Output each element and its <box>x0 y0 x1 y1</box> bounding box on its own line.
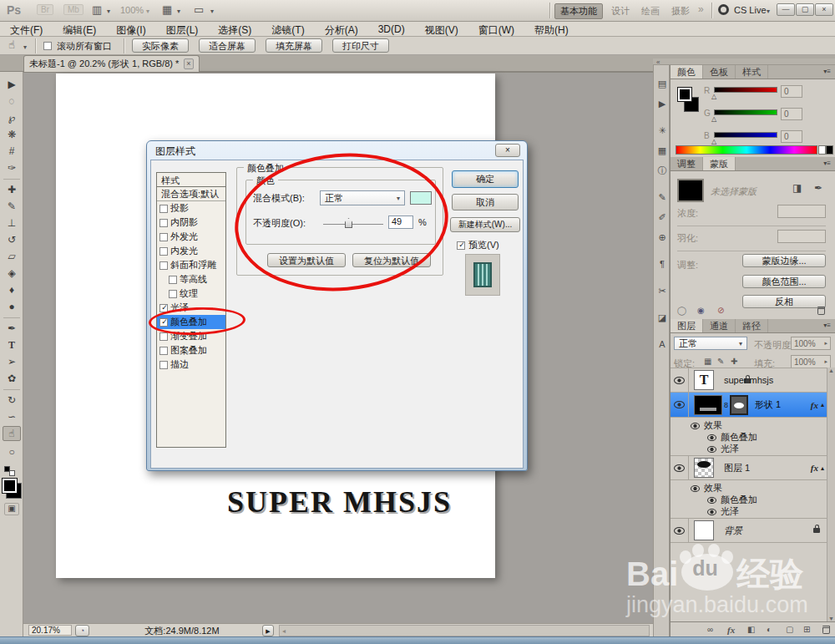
zoom-level-value[interactable]: 100% <box>120 5 144 15</box>
lock-transparency-icon[interactable]: ▦ <box>704 357 711 366</box>
menu-view[interactable]: 视图(V) <box>425 23 458 36</box>
text-layer-thumbnail[interactable]: T <box>694 370 714 390</box>
checkbox[interactable] <box>159 347 168 355</box>
tool-presets-panel-icon[interactable]: ✐ <box>655 210 669 224</box>
document-tab[interactable]: 未标题-1 @ 20.2% (形状 1, RGB/8) * × <box>23 55 200 72</box>
dodge-tool[interactable]: ● <box>3 299 21 314</box>
marquee-tool[interactable]: ◌ <box>3 94 21 109</box>
eye-cell[interactable] <box>671 456 689 479</box>
checkbox[interactable] <box>159 361 168 369</box>
fill-field[interactable]: 100% ▸ <box>791 355 831 368</box>
layer-row-background[interactable]: 背景 <box>671 518 827 543</box>
dialog-close-icon[interactable]: × <box>495 144 520 157</box>
lock-position-icon[interactable]: ✚ <box>731 357 737 366</box>
screen-mode-arrow[interactable]: ▾ <box>210 8 214 15</box>
add-layer-style-icon[interactable]: fx <box>727 625 735 635</box>
lock-pixels-icon[interactable]: ✎ <box>717 357 724 366</box>
layout-dropdown-arrow[interactable]: ▾ <box>107 8 110 15</box>
effects-row[interactable]: 效果 <box>691 419 722 432</box>
add-pixel-mask-icon[interactable]: ◨ <box>792 182 802 194</box>
horizontal-scrollbar[interactable]: ◂ <box>279 625 650 636</box>
menu-image[interactable]: 图像(I) <box>116 23 145 36</box>
effect-item-row[interactable]: 颜色叠加 <box>707 431 757 444</box>
restore-button[interactable]: ▢ <box>796 3 814 16</box>
feather-slider[interactable] <box>677 251 826 251</box>
styles-item-contour[interactable]: 等高线 <box>157 272 225 287</box>
status-play-icon[interactable]: ▶ <box>262 625 274 636</box>
visibility-eye-icon[interactable] <box>674 377 685 384</box>
checkbox[interactable] <box>159 219 168 227</box>
foreground-color-swatch[interactable] <box>2 478 18 494</box>
tab-adjustments[interactable]: 调整 <box>671 157 703 170</box>
eye-cell[interactable] <box>671 519 689 542</box>
effect-item-row[interactable]: 颜色叠加 <box>707 494 757 506</box>
workspace-photography[interactable]: 摄影 <box>666 4 695 18</box>
fit-screen-button[interactable]: 适合屏幕 <box>199 38 256 53</box>
lasso-tool[interactable]: ℘ <box>3 110 21 125</box>
preview-checkbox[interactable] <box>457 241 465 250</box>
blur-tool[interactable]: ♦ <box>3 282 21 297</box>
eraser-tool[interactable]: ▱ <box>3 249 21 264</box>
layer-name[interactable]: 图层 1 <box>724 462 750 474</box>
zoom-dropdown-arrow[interactable]: ▾ <box>146 8 149 15</box>
tab-masks[interactable]: 蒙版 <box>703 157 736 170</box>
adjust-wheel-panel-icon[interactable]: ✳ <box>655 124 669 137</box>
path-selection-tool[interactable]: ➢ <box>3 354 21 369</box>
swap-colors-icon[interactable] <box>9 470 15 476</box>
cs-live-arrow[interactable]: ▾ <box>767 8 770 15</box>
eye-cell[interactable] <box>671 368 689 392</box>
zoom-tool[interactable]: ○ <box>3 444 21 459</box>
visibility-eye-icon[interactable] <box>691 423 700 429</box>
collapse-effects-icon[interactable]: ▴ <box>821 401 824 408</box>
fx-badge[interactable]: fx <box>811 400 818 410</box>
styles-item-outer-glow[interactable]: 外发光 <box>157 230 225 244</box>
checkbox[interactable] <box>159 247 168 256</box>
mini-bridge-button[interactable]: Mb <box>63 4 84 15</box>
dock-collapse-bar[interactable]: « <box>653 58 835 65</box>
clone-source-panel-icon[interactable]: ⊕ <box>655 231 669 244</box>
layer-name[interactable]: 形状 1 <box>755 398 781 411</box>
green-slider-thumb[interactable]: △ <box>711 116 716 123</box>
menu-3d[interactable]: 3D(D) <box>378 23 405 36</box>
layers-opacity-field[interactable]: 100% ▸ <box>791 337 831 350</box>
layer1-thumbnail[interactable] <box>694 458 714 478</box>
custom-shape-tool[interactable]: ✿ <box>3 371 21 386</box>
bridge-button[interactable]: Br <box>37 4 53 15</box>
styles-item-inner-glow[interactable]: 内发光 <box>157 244 225 258</box>
image-panel-icon[interactable]: ▦ <box>655 144 669 157</box>
add-layer-mask-icon[interactable]: ◧ <box>747 625 755 634</box>
screen-mode-icon[interactable]: ▭ <box>194 3 204 16</box>
scroll-up-icon[interactable]: ▲ <box>828 368 834 373</box>
info-panel-icon[interactable]: ⓘ <box>655 164 669 177</box>
menu-analysis[interactable]: 分析(A) <box>325 23 358 36</box>
zoom-percent-field[interactable]: 20.17% <box>28 625 72 636</box>
pen-tool[interactable]: ✒ <box>3 321 21 336</box>
masks-panel-icon[interactable]: ◪ <box>655 311 669 324</box>
crop-tool[interactable]: # <box>3 144 21 159</box>
quick-selection-tool[interactable]: ❋ <box>3 127 21 142</box>
fx-badge[interactable]: fx <box>811 463 818 473</box>
spinner-icon[interactable]: ▸ <box>824 358 827 365</box>
workspace-overflow[interactable]: » <box>698 3 704 15</box>
tab-channels[interactable]: 通道 <box>703 319 736 332</box>
blue-value-field[interactable]: 0 <box>781 130 802 143</box>
color-spectrum-ramp[interactable] <box>676 145 817 155</box>
scroll-left-icon[interactable]: ◂ <box>282 627 286 635</box>
panel-menu-icon[interactable]: ▾≡ <box>819 319 835 332</box>
feather-field[interactable] <box>777 230 826 243</box>
red-value-field[interactable]: 0 <box>781 85 802 98</box>
hand-tool-icon[interactable]: ☝ <box>8 38 15 51</box>
new-group-icon[interactable]: ▢ <box>786 625 793 634</box>
spectrum-white-swatch[interactable] <box>818 145 826 155</box>
tab-paths[interactable]: 路径 <box>736 319 768 332</box>
layer-row-shape-selected[interactable]: 8 形状 1 fx ▴ <box>671 393 827 418</box>
tab-color[interactable]: 颜色 <box>671 65 703 79</box>
checkbox[interactable] <box>159 261 168 270</box>
view-extras-icon[interactable]: ▦ <box>162 3 172 16</box>
styles-item-bevel-emboss[interactable]: 斜面和浮雕 <box>157 258 225 272</box>
tab-swatches[interactable]: 色板 <box>703 65 736 79</box>
checkbox[interactable] <box>159 233 168 241</box>
actual-pixels-button[interactable]: 实际像素 <box>132 38 189 53</box>
styles-item-stroke[interactable]: 描边 <box>157 357 225 372</box>
character-panel-icon[interactable]: A <box>655 337 669 351</box>
